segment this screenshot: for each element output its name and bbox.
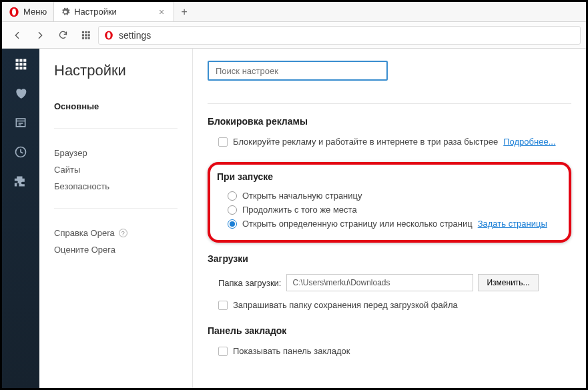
page-title: Настройки [54,62,178,79]
settings-content: Блокировка рекламы Блокируйте рекламу и … [193,49,586,388]
opera-icon [104,31,113,40]
settings-nav: Настройки Основные Браузер Сайты Безопас… [39,49,193,388]
section-title: Загрузки [208,253,571,264]
section-bookmarks: Панель закладок Показывать панель заклад… [208,325,571,358]
svg-rect-15 [23,59,26,62]
forward-button[interactable] [30,25,50,45]
help-icon: ? [119,229,127,237]
set-pages-link[interactable]: Задать страницы [478,219,547,229]
svg-rect-13 [16,59,19,62]
url-text: settings [119,30,151,41]
ask-folder-checkbox[interactable] [218,301,228,310]
svg-rect-19 [16,67,19,69]
reload-button[interactable] [53,25,73,45]
opera-icon [9,7,19,17]
nav-item-browser[interactable]: Браузер [54,145,178,161]
close-icon[interactable]: × [156,7,167,17]
section-title: Блокировка рекламы [208,116,571,127]
url-field[interactable]: settings [98,26,581,45]
svg-rect-6 [85,34,87,36]
svg-rect-16 [16,63,19,65]
tab-settings[interactable]: Настройки × [54,2,174,21]
vertical-sidebar [2,49,39,388]
menu-button[interactable]: Меню [2,2,54,21]
adblock-label: Блокируйте рекламу и работайте в интерне… [233,137,498,147]
svg-rect-7 [87,34,89,36]
svg-rect-2 [81,31,83,33]
startup-option-2[interactable]: Открыть определенную страницу или нескол… [242,219,473,229]
back-button[interactable] [7,25,27,45]
ask-folder-label: Запрашивать папку сохранения перед загру… [233,300,458,310]
learn-more-link[interactable]: Подробнее... [503,137,555,147]
svg-rect-5 [81,34,83,36]
news-icon[interactable] [13,115,28,130]
download-folder-label: Папка загрузки: [218,278,281,288]
gear-icon [61,7,70,17]
search-input[interactable] [208,61,388,81]
title-bar: Меню Настройки × + [2,2,586,22]
section-startup-highlight: При запуске Открыть начальную страницу П… [208,162,571,243]
change-folder-button[interactable]: Изменить... [478,274,538,291]
nav-item-help[interactable]: Справка Opera ? [54,225,178,241]
body: Настройки Основные Браузер Сайты Безопас… [2,49,586,388]
speed-dial-button[interactable] [75,25,95,45]
svg-rect-17 [19,63,22,65]
nav-item-basic[interactable]: Основные [54,98,178,115]
adblock-checkbox[interactable] [218,137,228,147]
svg-rect-10 [87,37,89,39]
section-title: При запуске [217,171,562,182]
tab-label: Настройки [74,7,117,17]
svg-rect-18 [23,63,26,65]
svg-rect-8 [81,37,83,39]
extensions-icon[interactable] [13,174,28,189]
download-folder-path: C:\Users\merku\Downloads [286,274,473,291]
svg-point-1 [12,8,16,15]
startup-radio-0[interactable] [228,191,237,201]
svg-rect-3 [85,31,87,33]
svg-point-12 [107,32,110,38]
address-bar: settings [2,22,586,49]
startup-radio-1[interactable] [228,205,237,215]
divider [208,103,571,104]
nav-item-security[interactable]: Безопасность [54,178,178,195]
section-adblock: Блокировка рекламы Блокируйте рекламу и … [208,116,571,149]
nav-item-rate[interactable]: Оцените Opera [54,241,178,258]
startup-option-0[interactable]: Открыть начальную страницу [242,191,362,201]
svg-rect-21 [23,67,26,69]
startup-radio-2[interactable] [228,219,237,229]
section-title: Панель закладок [208,325,571,336]
svg-rect-4 [87,31,89,33]
heart-icon[interactable] [13,86,28,101]
svg-rect-9 [85,37,87,39]
show-bookmarks-checkbox[interactable] [218,347,228,356]
speed-dial-icon[interactable] [13,57,28,71]
browser-window: Меню Настройки × + settings Нас [0,0,588,390]
section-downloads: Загрузки Папка загрузки: C:\Users\merku\… [208,253,571,312]
history-icon[interactable] [13,145,28,159]
new-tab-button[interactable]: + [174,2,194,21]
show-bookmarks-label: Показывать панель закладок [233,346,350,356]
nav-item-websites[interactable]: Сайты [54,161,178,178]
menu-label: Меню [23,7,47,17]
svg-rect-14 [19,59,22,62]
startup-option-1[interactable]: Продолжить с того же места [242,205,357,215]
svg-rect-20 [19,67,22,69]
